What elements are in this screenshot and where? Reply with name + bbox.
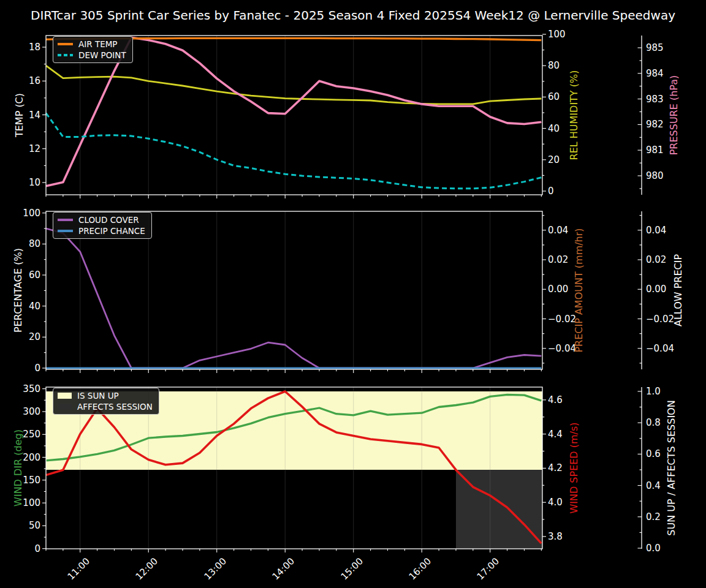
legend-label: AFFECTS SESSION <box>77 402 153 412</box>
tick-label: 4.0 <box>548 497 563 508</box>
legend-item-dew-point: DEW POINT <box>58 51 126 59</box>
tick-label: 0.04 <box>646 225 666 236</box>
tick-label: 980 <box>646 170 664 181</box>
tick-label: −0.02 <box>548 314 576 325</box>
legend-label: DEW POINT <box>78 50 126 60</box>
legend-item-cloud-cover: CLOUD COVER <box>58 216 145 224</box>
affects-session-patch-swatch <box>58 404 72 410</box>
tick-label: 0.0 <box>646 543 661 554</box>
tick-label: 100 <box>23 208 40 219</box>
tick-label: −0.04 <box>646 343 674 354</box>
tick-label: 4.6 <box>548 394 563 405</box>
legend-item-is-sun-up: IS SUN UP <box>58 391 153 400</box>
tick-label: 40 <box>29 301 40 312</box>
tick-label: 60 <box>548 91 560 102</box>
air-temp-line-swatch <box>58 43 73 45</box>
legend-label: CLOUD COVER <box>78 215 139 225</box>
pressure-axis-label: PRESSURE (hPa) <box>668 75 680 156</box>
tick-label: 100 <box>548 29 566 40</box>
tick-label: 982 <box>646 119 664 130</box>
forecast-chart-svg: 1012141618020406080100980981982983984985… <box>0 0 706 588</box>
tick-label: 4.2 <box>548 462 563 473</box>
cloud-cover-line <box>46 228 541 368</box>
temp-legend: AIR TEMP DEW POINT <box>53 36 133 63</box>
tick-label: 984 <box>646 68 664 79</box>
tick-label: 200 <box>23 452 40 463</box>
tick-label: 1.0 <box>646 386 661 397</box>
humidity-axis-label: REL HUMIDITY (%) <box>568 70 580 160</box>
legend-label: PRECIP CHANCE <box>78 226 145 236</box>
rel-humidity-line <box>46 66 541 104</box>
tick-label: 0.6 <box>646 448 661 459</box>
tick-label: 0 <box>34 363 40 374</box>
tick-label: 4.4 <box>548 429 563 440</box>
tick-label: 20 <box>29 331 40 342</box>
tick-label: 983 <box>646 94 664 105</box>
wind-speed-axis-label: WIND SPEED (m/s) <box>568 422 580 513</box>
tick-label: 0.04 <box>548 225 568 236</box>
precip-amount-axis-label: PRECIP AMOUNT (mm/hr) <box>573 228 585 352</box>
tick-label: 0.02 <box>548 254 568 265</box>
tick-label: 0 <box>548 186 554 197</box>
tick-label: 14 <box>29 110 40 121</box>
cloud-precip-legend: CLOUD COVER PRECIP CHANCE <box>53 212 152 239</box>
percentage-axis-label: PERCENTAGE (%) <box>12 248 24 333</box>
legend-label: IS SUN UP <box>77 391 119 401</box>
tick-label: 80 <box>29 238 40 249</box>
tick-label: 40 <box>548 123 560 134</box>
tick-label: 0.02 <box>646 254 666 265</box>
tick-label: 300 <box>23 406 40 417</box>
tick-label: 0.2 <box>646 511 661 522</box>
tick-label: 350 <box>23 383 40 394</box>
tick-label: 50 <box>29 520 40 531</box>
precip-chance-line-swatch <box>58 230 73 232</box>
tick-label: 0.4 <box>646 480 661 491</box>
cloud-cover-line-swatch <box>58 219 73 221</box>
tick-label: 60 <box>29 270 40 281</box>
tick-label: 985 <box>646 42 664 53</box>
legend-label: AIR TEMP <box>78 39 117 49</box>
legend-item-affects-session: AFFECTS SESSION <box>58 402 153 411</box>
sun-up-patch-swatch <box>58 393 72 399</box>
tick-label: 0.8 <box>646 417 661 428</box>
tick-label: 0.00 <box>548 284 568 295</box>
tick-label: 250 <box>23 429 40 440</box>
tick-label: −0.04 <box>548 343 576 354</box>
tick-label: 3.8 <box>548 531 563 542</box>
tick-label: 18 <box>29 42 40 53</box>
dew-point-line <box>46 113 541 189</box>
allow-precip-axis-label: ALLOW PRECIP <box>672 254 684 326</box>
tick-label: 100 <box>23 497 40 508</box>
tick-label: 0.00 <box>646 284 666 295</box>
tick-label: 981 <box>646 145 664 156</box>
tick-label: 80 <box>548 60 560 71</box>
tick-label: 16 <box>29 75 40 86</box>
tick-label: 20 <box>548 154 560 165</box>
legend-item-precip-chance: PRECIP CHANCE <box>58 227 145 235</box>
temp-axis-label: TEMP (C) <box>13 93 25 137</box>
weather-forecast-panel: DIRTcar 305 Sprint Car Series by Fanatec… <box>0 0 706 588</box>
legend-item-air-temp: AIR TEMP <box>58 40 126 48</box>
dew-point-line-swatch <box>58 54 73 56</box>
wind-sun-legend: IS SUN UP AFFECTS SESSION <box>53 388 159 415</box>
tick-label: −0.02 <box>646 314 674 325</box>
sun-up-axis-label: SUN UP / AFFECTS SESSION <box>666 400 677 535</box>
tick-label: 12 <box>29 143 40 154</box>
wind-dir-axis-label: WIND DIR (deg) <box>12 429 24 507</box>
tick-label: 150 <box>23 475 40 486</box>
tick-label: 0 <box>34 543 40 554</box>
tick-label: 10 <box>29 177 40 188</box>
